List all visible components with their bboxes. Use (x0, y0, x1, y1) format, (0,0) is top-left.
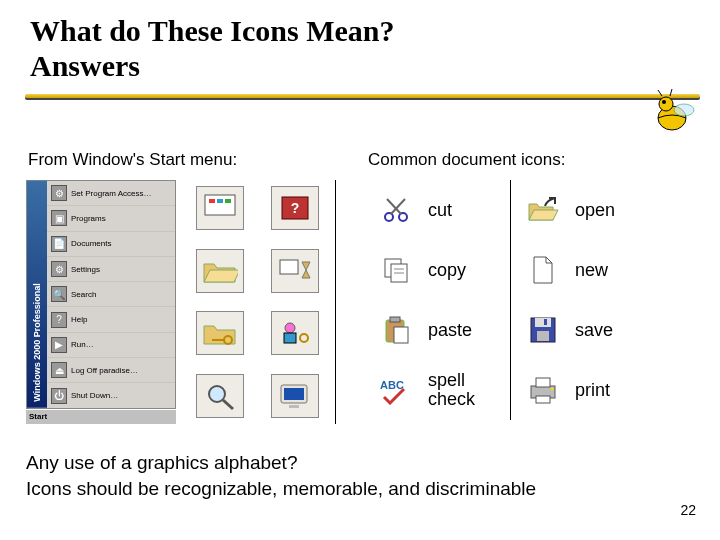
open-label: open (571, 200, 639, 221)
desktop-icon (196, 186, 244, 230)
svg-rect-9 (225, 199, 231, 203)
svg-rect-18 (284, 333, 296, 343)
folder-icon (196, 249, 244, 293)
subhead-doc-icons: Common document icons: (368, 150, 565, 170)
table-row: cut (368, 180, 510, 240)
title-underline (0, 87, 720, 105)
footer-line-1: Any use of a graphics alphabet? (26, 452, 297, 473)
start-menu-item: ⏏Log Off paradise… (47, 358, 175, 383)
table-row: print (515, 360, 639, 420)
start-button-label: Start (29, 412, 47, 421)
documents-icon: 📄 (51, 236, 67, 252)
left-panel: Windows 2000 Professional ⚙Set Program A… (26, 180, 346, 424)
subhead-start-menu: From Window's Start menu: (28, 150, 237, 170)
svg-point-2 (662, 100, 666, 104)
cut-icon (378, 192, 414, 228)
svg-rect-40 (536, 378, 550, 387)
programs-icon: ▣ (51, 210, 67, 226)
svg-text:?: ? (290, 200, 299, 216)
spellcheck-icon: ABC (378, 372, 414, 408)
svg-point-12 (209, 386, 225, 402)
doc-icons-col-2: open new save print (515, 180, 639, 420)
misc-icon-column-2: ? (264, 180, 336, 424)
start-menu-item: ⚙Set Program Access… (47, 181, 175, 206)
logoff-icon: ⏏ (51, 362, 67, 378)
table-row: paste (368, 300, 510, 360)
start-menu-item: ▣Programs (47, 206, 175, 231)
svg-point-17 (285, 323, 295, 333)
open-icon (525, 192, 561, 228)
start-menu-item: 📄Documents (47, 232, 175, 257)
help-book-icon: ? (271, 186, 319, 230)
svg-rect-38 (544, 319, 547, 325)
svg-point-42 (551, 388, 554, 391)
title-line-2: Answers (30, 49, 140, 82)
start-menu-item: ?Help (47, 307, 175, 332)
svg-rect-22 (289, 405, 299, 408)
spellcheck-label: spell check (424, 371, 510, 409)
table-row: open (515, 180, 639, 240)
footer-text: Any use of a graphics alphabet? Icons sh… (26, 450, 700, 501)
slide-title: What do These Icons Mean? Answers (0, 0, 720, 83)
start-menu-item: ▶Run… (47, 333, 175, 358)
table-row: ABC spell check (368, 360, 510, 420)
start-menu-screenshot: Windows 2000 Professional ⚙Set Program A… (26, 180, 176, 424)
svg-text:ABC: ABC (380, 379, 404, 391)
save-icon (525, 312, 561, 348)
print-icon (525, 372, 561, 408)
table-row: new (515, 240, 639, 300)
svg-rect-16 (280, 260, 298, 274)
hourglass-program-icon (271, 249, 319, 293)
svg-rect-7 (209, 199, 215, 203)
misc-icon-column-1 (184, 180, 256, 424)
new-icon (525, 252, 561, 288)
monitor-icon (271, 374, 319, 418)
start-menu-item: 🔍Search (47, 282, 175, 307)
svg-rect-21 (284, 388, 304, 400)
user-key-icon (271, 311, 319, 355)
paste-icon (378, 312, 414, 348)
doc-icons-col-1: cut copy paste ABC spell check (368, 180, 511, 420)
new-label: new (571, 260, 639, 281)
svg-point-5 (674, 104, 694, 116)
svg-rect-8 (217, 199, 223, 203)
svg-rect-36 (535, 318, 551, 327)
svg-point-1 (659, 97, 673, 111)
cut-label: cut (424, 201, 510, 220)
search-icon: 🔍 (51, 286, 67, 302)
document-icons-table: cut copy paste ABC spell check open (368, 180, 639, 420)
help-icon: ? (51, 312, 67, 328)
svg-rect-41 (536, 396, 550, 403)
title-line-1: What do These Icons Mean? (30, 14, 394, 47)
copy-label: copy (424, 261, 510, 280)
program-access-icon: ⚙ (51, 185, 67, 201)
svg-rect-32 (390, 317, 400, 322)
table-row: copy (368, 240, 510, 300)
start-menu-list: ⚙Set Program Access… ▣Programs 📄Document… (47, 181, 175, 408)
buzz-mascot-icon (642, 86, 702, 140)
start-menu-banner: Windows 2000 Professional (27, 181, 47, 408)
taskbar: Start (26, 409, 176, 424)
run-icon: ▶ (51, 337, 67, 353)
settings-icon: ⚙ (51, 261, 67, 277)
start-menu-item: ⚙Settings (47, 257, 175, 282)
page-number: 22 (680, 502, 696, 518)
svg-line-13 (223, 400, 233, 409)
svg-point-19 (300, 334, 308, 342)
save-label: save (571, 320, 639, 341)
start-menu-item: ⏻Shut Down… (47, 383, 175, 407)
table-row: save (515, 300, 639, 360)
shutdown-icon: ⏻ (51, 388, 67, 404)
print-label: print (571, 380, 639, 401)
svg-rect-33 (394, 327, 408, 343)
svg-line-4 (670, 89, 672, 96)
svg-rect-6 (205, 195, 235, 215)
copy-icon (378, 252, 414, 288)
magnifier-icon (196, 374, 244, 418)
footer-line-2: Icons should be recognizable, memorable,… (26, 478, 536, 499)
svg-rect-37 (537, 331, 549, 341)
folder-key-icon (196, 311, 244, 355)
paste-label: paste (424, 321, 510, 340)
svg-line-3 (658, 90, 662, 96)
